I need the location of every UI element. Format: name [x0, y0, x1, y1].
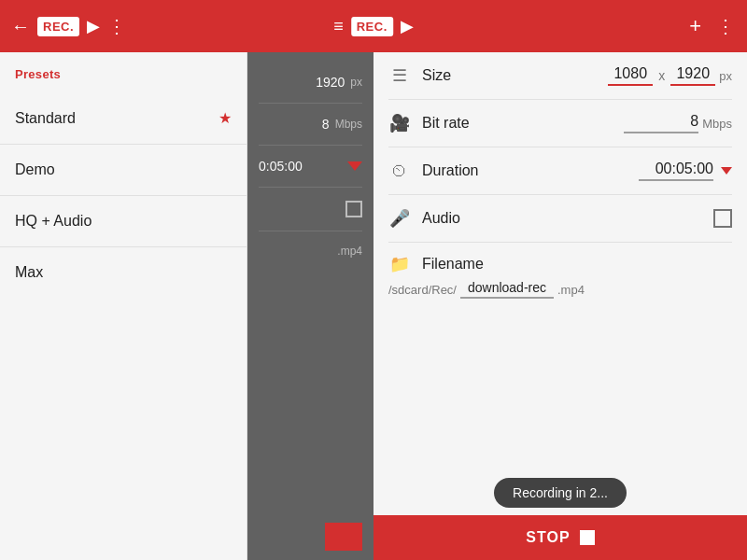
- bitrate-label: Bit rate: [422, 115, 624, 132]
- stop-label: STOP: [526, 529, 570, 546]
- audio-checkbox[interactable]: [713, 209, 732, 228]
- audio-label: Audio: [422, 210, 713, 227]
- duration-dropdown-icon: [721, 167, 732, 175]
- audio-icon: 🎤: [388, 208, 411, 229]
- mid-red-block: [325, 523, 362, 551]
- main-content: Presets Standard ★ Demo HQ + Audio Max 1…: [0, 52, 747, 560]
- overflow-menu-left[interactable]: ⋮: [107, 15, 127, 37]
- bitrate-icon: 🎥: [388, 113, 411, 133]
- presets-heading: Presets: [0, 52, 247, 92]
- duration-label: Duration: [422, 162, 639, 179]
- audio-row: 🎤 Audio: [388, 195, 732, 243]
- filename-extension: .mp4: [557, 283, 585, 297]
- mid-filename-row: .mp4: [259, 231, 362, 271]
- overflow-menu-right[interactable]: ⋮: [716, 15, 736, 37]
- size-row: ☰ Size 1080 x 1920 px: [388, 52, 732, 100]
- mid-filename-ext: .mp4: [337, 245, 362, 258]
- mid-audio-checkbox[interactable]: [345, 201, 362, 217]
- duration-icon: ⏲: [388, 161, 411, 181]
- bottom-area: Recording in 2... STOP: [374, 478, 747, 560]
- size-height[interactable]: 1920: [670, 65, 715, 86]
- size-label: Size: [422, 67, 608, 84]
- filename-label: Filename: [422, 256, 732, 273]
- bitrate-value[interactable]: 8: [624, 113, 698, 133]
- preset-item-standard[interactable]: Standard ★: [0, 92, 247, 145]
- preset-name-hq-audio: HQ + Audio: [15, 213, 92, 230]
- header: ← REC. ▶ ⋮ ≡ REC. ▶ + ⋮: [0, 0, 747, 52]
- bitrate-row: 🎥 Bit rate 8 Mbps: [388, 100, 732, 147]
- bitrate-unit: Mbps: [702, 117, 732, 131]
- size-x-separator: x: [658, 68, 665, 83]
- mid-duration-row: 0:05:00: [259, 146, 362, 188]
- header-right: + ⋮: [689, 14, 736, 38]
- mid-bitrate-value: 8: [322, 117, 330, 132]
- mid-size-unit: px: [350, 76, 362, 89]
- filename-path-row: /sdcard/Rec/ download-rec .mp4: [388, 280, 732, 299]
- stop-button[interactable]: STOP: [374, 515, 747, 560]
- back-button[interactable]: ←: [11, 16, 30, 37]
- right-panel: ☰ Size 1080 x 1920 px 🎥 Bit rate 8 Mbps …: [374, 52, 747, 560]
- rec-badge-center: REC.: [351, 17, 393, 36]
- recording-toast: Recording in 2...: [494, 478, 627, 508]
- mid-audio-row: [259, 188, 362, 231]
- preset-name-demo: Demo: [15, 161, 55, 178]
- stop-icon: [580, 530, 595, 545]
- size-value-group: 1080 x 1920 px: [608, 65, 732, 86]
- size-width[interactable]: 1080: [608, 65, 653, 86]
- duration-row: ⏲ Duration 00:05:00: [388, 147, 732, 195]
- filename-value[interactable]: download-rec: [460, 280, 554, 299]
- preset-item-demo[interactable]: Demo: [0, 145, 247, 196]
- bitrate-value-group: 8 Mbps: [624, 113, 732, 133]
- size-icon: ☰: [388, 65, 411, 86]
- mid-bitrate-unit: Mbps: [335, 118, 362, 131]
- duration-value[interactable]: 00:05:00: [639, 161, 713, 181]
- hamburger-menu[interactable]: ≡: [333, 17, 344, 36]
- preset-item-hq-audio[interactable]: HQ + Audio: [0, 196, 247, 247]
- filename-path: /sdcard/Rec/: [388, 283, 457, 297]
- filename-label-row: 📁 Filename: [388, 254, 732, 274]
- camera-icon-center: ▶: [401, 16, 414, 36]
- preset-name-standard: Standard: [15, 110, 76, 127]
- mid-size-row: 1920 px: [259, 62, 362, 104]
- duration-value-group: 00:05:00: [639, 161, 732, 181]
- left-panel: Presets Standard ★ Demo HQ + Audio Max: [0, 52, 247, 560]
- header-left: ← REC. ▶ ⋮: [11, 15, 127, 37]
- star-icon-standard: ★: [218, 109, 232, 127]
- folder-icon: 📁: [388, 254, 411, 274]
- add-button[interactable]: +: [689, 14, 701, 38]
- camera-icon-left: ▶: [87, 16, 100, 36]
- mid-duration-value: 0:05:00: [259, 159, 303, 174]
- preset-name-max: Max: [15, 264, 43, 281]
- middle-panel: 1920 px 8 Mbps 0:05:00 .mp4: [247, 52, 374, 560]
- mid-size-value: 1920: [316, 75, 345, 90]
- size-unit: px: [719, 69, 732, 83]
- duration-dropdown-icon: [347, 161, 362, 171]
- rec-badge-left: REC.: [37, 17, 79, 36]
- header-center: ≡ REC. ▶: [333, 16, 414, 36]
- filename-section: 📁 Filename /sdcard/Rec/ download-rec .mp…: [388, 243, 732, 306]
- mid-bitrate-row: 8 Mbps: [259, 104, 362, 146]
- preset-item-max[interactable]: Max: [0, 247, 247, 298]
